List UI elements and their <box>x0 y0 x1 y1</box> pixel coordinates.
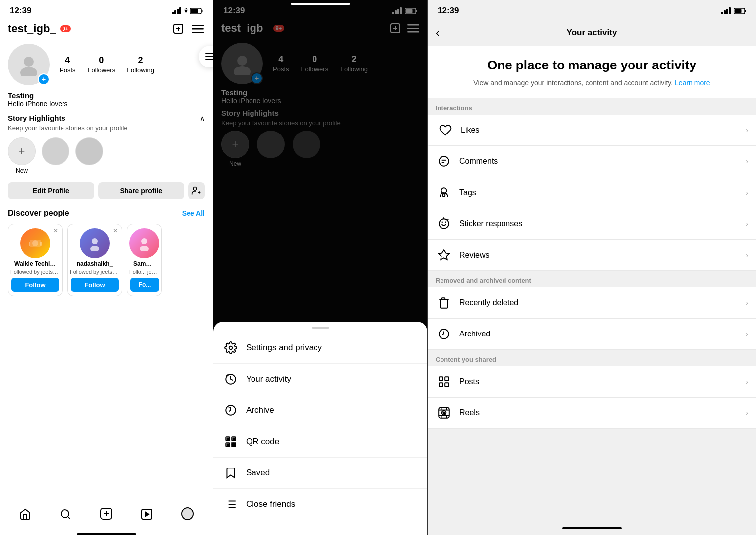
tag-icon <box>436 184 452 201</box>
bg-avatar: + <box>221 43 263 84</box>
svg-rect-36 <box>407 28 419 29</box>
panel1-phone: 12:39 ▾̃ test_igb_ 9+ <box>0 0 213 535</box>
see-all-button[interactable]: See All <box>182 209 205 217</box>
hero-sub-text: View and manage your interactions, conte… <box>473 79 673 87</box>
svg-rect-62 <box>745 10 746 12</box>
bottom-nav-1 <box>0 502 213 530</box>
add-story-badge[interactable]: + <box>38 73 50 85</box>
svg-rect-16 <box>29 242 30 246</box>
stat-posts[interactable]: 4 Posts <box>60 55 76 74</box>
learn-more-link[interactable]: Learn more <box>675 79 710 87</box>
home-indicator-3 <box>562 527 622 529</box>
activity-row-reels[interactable]: Reels › <box>428 398 756 429</box>
posts-chevron: › <box>746 378 748 386</box>
follow-button-2[interactable]: Fo... <box>130 278 159 292</box>
edit-profile-button[interactable]: Edit Profile <box>8 182 94 199</box>
follow-button-0[interactable]: Follow <box>11 278 59 292</box>
highlight-new[interactable]: + New <box>8 137 36 174</box>
activity-row-posts[interactable]: Posts › <box>428 366 756 398</box>
archived-list: Recently deleted › Archived › <box>428 287 756 350</box>
activity-row-reviews[interactable]: Reviews › <box>428 240 756 271</box>
archive-label: Archive <box>246 405 274 415</box>
svg-point-40 <box>229 346 233 350</box>
status-time-3: 12:39 <box>438 6 459 16</box>
following-label: Following <box>127 67 154 74</box>
archived-chevron: › <box>746 330 748 338</box>
friends-icon-menu <box>223 497 238 512</box>
status-time-2: 12:39 <box>223 6 245 16</box>
tags-chevron: › <box>746 189 748 197</box>
menu-item-archive[interactable]: Archive <box>213 395 427 426</box>
menu-item-saved[interactable]: Saved <box>213 458 427 489</box>
status-icons-2 <box>392 7 417 14</box>
svg-rect-7 <box>192 28 204 30</box>
reels-icon <box>141 508 153 520</box>
svg-rect-75 <box>439 383 443 387</box>
stat-followers[interactable]: 0 Followers <box>88 55 116 74</box>
reviews-chevron: › <box>746 251 748 259</box>
activity-row-comments[interactable]: Comments › <box>428 146 756 177</box>
likes-chevron: › <box>746 126 748 134</box>
activity-icon-menu <box>223 372 238 387</box>
share-profile-button[interactable]: Share profile <box>98 182 185 199</box>
svg-rect-49 <box>227 444 228 445</box>
nav-reels[interactable] <box>141 508 153 520</box>
signal-icon-1 <box>172 7 181 14</box>
activity-page-title: Your activity <box>567 28 617 38</box>
profile-stats: 4 Posts 0 Followers 2 Following <box>60 55 205 74</box>
header-icons-1 <box>171 22 205 36</box>
svg-rect-37 <box>407 31 419 33</box>
add-post-button-1[interactable] <box>171 22 185 36</box>
activity-hero: One place to manage your activity View a… <box>428 46 756 98</box>
sticker-icon <box>436 215 452 232</box>
follow-button-1[interactable]: Follow <box>71 278 119 292</box>
svg-rect-47 <box>227 438 228 439</box>
menu-sheet: Settings and privacy Your activity <box>213 322 427 535</box>
bio-text: Hello iPhone lovers <box>8 100 205 108</box>
stat-following[interactable]: 2 Following <box>127 55 154 74</box>
close-card-1-button[interactable]: ✕ <box>113 227 118 234</box>
svg-rect-8 <box>192 32 204 33</box>
profile-bio: Testing Hello iPhone lovers <box>0 91 213 114</box>
highlight-circle-2[interactable] <box>75 137 103 174</box>
reviews-icon <box>436 247 452 264</box>
chevron-up-icon[interactable]: ∧ <box>200 114 205 122</box>
ig-header-1: test_igb_ 9+ <box>0 20 213 40</box>
activity-row-likes[interactable]: Likes › <box>428 115 756 146</box>
notif-badge-1[interactable]: 9+ <box>60 25 71 32</box>
menu-item-qr[interactable]: QR code <box>213 426 427 458</box>
menu-item-friends[interactable]: Close friends <box>213 489 427 520</box>
wifi-icon-1: ▾̃ <box>184 7 188 15</box>
nav-profile[interactable] <box>181 507 194 520</box>
posts-count: 4 <box>65 55 70 66</box>
svg-rect-52 <box>234 445 236 447</box>
menu-button-1[interactable] <box>191 22 205 36</box>
card-avatar-2 <box>129 228 159 258</box>
activity-header: ‹ Your activity <box>428 20 756 46</box>
reels-chevron: › <box>746 409 748 417</box>
activity-row-archived[interactable]: Archived › <box>428 319 756 350</box>
highlight-circle-1[interactable] <box>42 137 69 174</box>
activity-row-tags[interactable]: Tags › <box>428 177 756 208</box>
svg-line-23 <box>67 517 69 519</box>
add-friend-button[interactable] <box>188 182 205 199</box>
svg-rect-48 <box>233 438 234 439</box>
nav-search[interactable] <box>60 508 71 520</box>
svg-rect-17 <box>40 242 42 246</box>
svg-point-11 <box>193 187 197 191</box>
card-avatar-1 <box>80 228 110 258</box>
nav-create[interactable] <box>100 507 113 520</box>
menu-item-settings[interactable]: Settings and privacy <box>213 333 427 364</box>
close-card-0-button[interactable]: ✕ <box>53 227 58 234</box>
highlights-section: Story Highlights ∧ Keep your favourite s… <box>0 114 213 178</box>
activity-row-deleted[interactable]: Recently deleted › <box>428 287 756 319</box>
archived-section-label: Removed and archived content <box>428 271 756 287</box>
nav-home[interactable] <box>19 508 31 520</box>
activity-row-sticker[interactable]: Sticker responses › <box>428 208 756 240</box>
back-button[interactable]: ‹ <box>436 26 440 40</box>
menu-item-activity[interactable]: Your activity <box>213 364 427 395</box>
followers-label: Followers <box>88 67 116 74</box>
discover-card-0: ✕ Walkie Techie - T... Followed by jeets… <box>8 224 63 296</box>
create-icon <box>100 507 113 520</box>
posts-row-label: Posts <box>459 377 739 386</box>
